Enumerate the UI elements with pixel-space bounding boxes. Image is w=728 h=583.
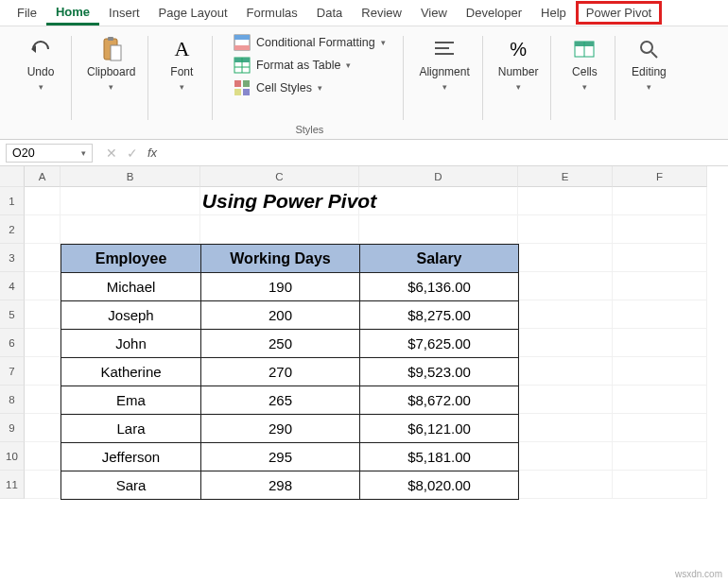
data-table: Employee Working Days Salary Michael190$…	[61, 244, 519, 500]
tab-power-pivot[interactable]: Power Pivot	[576, 1, 662, 25]
cell[interactable]: 265	[201, 386, 360, 415]
cell[interactable]: John	[61, 330, 201, 358]
fx-icon[interactable]: fx	[147, 146, 157, 161]
sheet-title: Using Power Pivot	[61, 187, 518, 215]
cell[interactable]: 190	[201, 273, 360, 301]
name-box-value: O20	[12, 146, 35, 160]
row-header[interactable]: 10	[0, 442, 25, 471]
conditional-formatting-button[interactable]: Conditional Formatting ▾	[234, 34, 386, 51]
table-row: Jefferson295$5,181.00	[61, 443, 519, 472]
row-header[interactable]: 11	[0, 471, 25, 499]
row-header[interactable]: 4	[0, 272, 25, 300]
alignment-label: Alignment	[419, 66, 469, 78]
cell[interactable]: 295	[201, 443, 360, 472]
chevron-down-icon: ▾	[109, 82, 113, 92]
svg-rect-12	[234, 89, 241, 95]
tab-page-layout[interactable]: Page Layout	[149, 2, 237, 24]
alignment-icon	[431, 36, 458, 62]
cell[interactable]: Michael	[61, 273, 201, 301]
row-header[interactable]: 1	[0, 187, 25, 215]
format-as-table-button[interactable]: Format as Table ▾	[234, 57, 351, 74]
header-salary[interactable]: Salary	[360, 245, 519, 273]
format-table-icon	[234, 57, 251, 74]
cells-button[interactable]: Cells ▾	[563, 34, 606, 94]
chevron-down-icon: ▾	[516, 82, 521, 92]
chevron-down-icon: ▾	[381, 38, 386, 47]
cell[interactable]: $7,625.00	[360, 330, 519, 358]
cell[interactable]: 250	[201, 330, 360, 358]
header-employee[interactable]: Employee	[61, 245, 201, 273]
cell[interactable]: $9,523.00	[360, 358, 519, 386]
cancel-icon[interactable]: ✕	[106, 146, 117, 161]
cell[interactable]: Jefferson	[61, 443, 201, 472]
row-header[interactable]: 8	[0, 386, 25, 414]
group-number: % Number ▾	[485, 30, 552, 137]
formula-input[interactable]	[165, 143, 728, 163]
cell[interactable]: Sara	[61, 472, 201, 500]
select-all-corner[interactable]	[0, 166, 25, 187]
tab-help[interactable]: Help	[531, 2, 576, 24]
editing-label: Editing	[632, 66, 667, 78]
chevron-down-icon: ▾	[346, 60, 351, 70]
svg-rect-1	[108, 37, 113, 41]
col-header[interactable]: A	[25, 166, 61, 187]
svg-rect-2	[111, 45, 121, 60]
paste-button[interactable]: Clipboard ▾	[83, 34, 139, 94]
cell[interactable]: Katherine	[61, 358, 201, 386]
tab-home[interactable]: Home	[46, 1, 99, 26]
name-box[interactable]: O20 ▾	[6, 144, 93, 163]
tab-developer[interactable]: Developer	[457, 2, 531, 24]
cell[interactable]: $8,275.00	[360, 301, 519, 330]
tab-formulas[interactable]: Formulas	[237, 2, 307, 24]
watermark: wsxdn.com	[675, 569, 722, 579]
cell[interactable]: Lara	[61, 415, 201, 443]
number-button[interactable]: % Number ▾	[494, 34, 543, 94]
svg-rect-5	[234, 45, 250, 50]
grid-body[interactable]: Using Power Pivot Employee Working Days …	[25, 187, 728, 499]
group-editing: Editing ▾	[617, 30, 680, 137]
clipboard-icon	[98, 36, 125, 62]
col-header[interactable]: B	[61, 166, 200, 187]
cell[interactable]: $5,181.00	[360, 443, 519, 472]
tab-data[interactable]: Data	[307, 2, 352, 24]
alignment-button[interactable]: Alignment ▾	[415, 34, 473, 94]
row-header[interactable]: 3	[0, 244, 25, 272]
tab-view[interactable]: View	[411, 2, 457, 24]
tab-review[interactable]: Review	[352, 2, 411, 24]
col-header[interactable]: E	[518, 166, 613, 187]
cell[interactable]: $8,672.00	[360, 386, 519, 415]
group-undo: Undo ▾	[9, 30, 72, 137]
header-working-days[interactable]: Working Days	[201, 245, 360, 273]
col-header[interactable]: C	[200, 166, 359, 187]
cell-styles-button[interactable]: Cell Styles ▾	[234, 79, 322, 96]
col-header[interactable]: F	[613, 166, 707, 187]
cell[interactable]: Joseph	[61, 301, 201, 330]
cell[interactable]: $6,121.00	[360, 415, 519, 443]
row-header[interactable]: 6	[0, 329, 25, 357]
conditional-formatting-label: Conditional Formatting	[256, 36, 375, 49]
editing-button[interactable]: Editing ▾	[627, 34, 670, 94]
row-header[interactable]: 7	[0, 357, 25, 386]
cell[interactable]: $6,136.00	[360, 273, 519, 301]
cell[interactable]: 270	[201, 358, 360, 386]
col-header[interactable]: D	[359, 166, 518, 187]
row-header[interactable]: 2	[0, 215, 25, 244]
font-button[interactable]: A Font ▾	[160, 34, 203, 94]
svg-rect-4	[234, 35, 250, 40]
cell[interactable]: 290	[201, 415, 360, 443]
cell[interactable]: Ema	[61, 386, 201, 415]
enter-icon[interactable]: ✓	[127, 146, 138, 161]
row-header[interactable]: 5	[0, 300, 25, 329]
chevron-down-icon: ▾	[582, 82, 587, 92]
cell-styles-icon	[234, 79, 251, 96]
cell[interactable]: 200	[201, 301, 360, 330]
cell[interactable]: 298	[201, 472, 360, 500]
cell[interactable]: $8,020.00	[360, 472, 519, 500]
group-font: A Font ▾	[150, 30, 213, 137]
chevron-down-icon: ▾	[442, 82, 447, 92]
tab-insert[interactable]: Insert	[99, 2, 149, 24]
undo-button[interactable]: Undo ▾	[19, 34, 62, 94]
tab-file[interactable]: File	[8, 2, 46, 24]
column-headers: A B C D E F	[25, 166, 728, 187]
row-header[interactable]: 9	[0, 414, 25, 442]
